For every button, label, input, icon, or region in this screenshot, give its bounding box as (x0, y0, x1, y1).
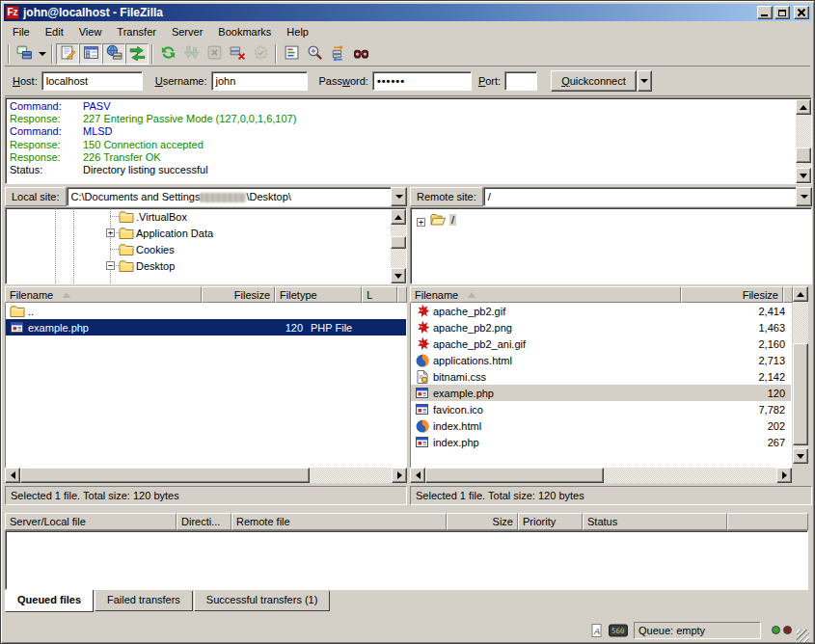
site-manager-dropdown[interactable] (36, 43, 48, 65)
pane-splitter[interactable] (407, 187, 410, 505)
toggle-message-log-button[interactable] (56, 43, 79, 65)
file-row-index-html[interactable]: index.html202 (411, 417, 791, 434)
tree-item-application-data[interactable]: +Application Data (6, 225, 406, 241)
tree-item-cookies[interactable]: Cookies (6, 241, 406, 257)
column-header-filename[interactable]: Filename (410, 286, 681, 303)
arrow-up-icon (797, 292, 804, 297)
compare-button[interactable] (303, 43, 326, 65)
tab-successful-transfers-1-[interactable]: Successful transfers (1) (194, 591, 331, 611)
file-row-bitnami-css[interactable]: bitnami.css2,142 (411, 368, 791, 385)
local-tree-vscrollbar[interactable] (391, 209, 406, 283)
arrow-down-icon (797, 454, 804, 459)
toggle-local-tree-button[interactable] (79, 43, 102, 65)
site-manager-button[interactable] (13, 43, 36, 65)
cell-text: .. (28, 306, 34, 317)
sync-browse-button[interactable] (326, 43, 349, 65)
queue-column-server-local-file[interactable]: Server/Local file (5, 513, 177, 530)
column-header-filesize[interactable]: Filesize (681, 286, 783, 303)
tree-item--virtualbox[interactable]: .VirtualBox (6, 208, 406, 225)
file-row-apache_pb2_ani-gif[interactable]: apache_pb2_ani.gif2,160 (411, 335, 791, 352)
log-line-text: MLSD (83, 125, 113, 137)
scroll-left-button[interactable] (5, 468, 20, 483)
tab-failed-transfers[interactable]: Failed transfers (95, 591, 193, 611)
file-row-apache_pb2-gif[interactable]: apache_pb2.gif2,414 (411, 303, 791, 319)
find-button[interactable] (349, 43, 372, 65)
log-line-text: PASV (83, 100, 111, 112)
refresh-button[interactable] (156, 43, 179, 65)
scroll-down-button[interactable] (796, 168, 811, 183)
menu-view[interactable]: View (71, 24, 110, 40)
queue-column-priority[interactable]: Priority (518, 513, 583, 530)
filter-button[interactable] (280, 43, 303, 65)
host-input[interactable]: localhost (41, 71, 143, 91)
file-row-example-php[interactable]: example.php120 (411, 385, 791, 401)
file-row-applications-html[interactable]: applications.html2,713 (411, 352, 791, 368)
expand-icon[interactable]: + (417, 218, 425, 227)
scroll-right-button[interactable] (776, 468, 792, 483)
close-button[interactable] (794, 6, 809, 19)
scroll-thumb[interactable] (796, 148, 811, 163)
disconnect-button[interactable] (226, 43, 249, 65)
file-row-apache_pb2-png[interactable]: apache_pb2.png1,463 (411, 319, 791, 335)
tree-item-root[interactable]: +/ (411, 211, 811, 228)
toolbar (5, 41, 810, 67)
menu-bookmarks[interactable]: Bookmarks (210, 24, 279, 40)
queue-column-remote-file[interactable]: Remote file (231, 513, 447, 530)
scroll-up-button[interactable] (391, 209, 406, 225)
scroll-right-button[interactable] (392, 468, 407, 483)
column-header-filename[interactable]: Filename (5, 286, 202, 303)
remote-path-field[interactable]: / (483, 187, 796, 206)
username-input[interactable]: john (211, 71, 308, 91)
remote-site-combo[interactable]: / (483, 187, 812, 206)
scroll-thumb[interactable] (793, 343, 808, 445)
menu-help[interactable]: Help (279, 24, 316, 40)
scroll-down-button[interactable] (793, 448, 808, 464)
scroll-left-button[interactable] (410, 468, 425, 483)
local-list-hscrollbar[interactable] (5, 468, 407, 483)
file-row-example-php[interactable]: example.php120PHP File1 (6, 319, 406, 335)
file-row-index-php[interactable]: index.php267 (411, 434, 791, 450)
quickconnect-button[interactable]: Quickconnect (551, 70, 637, 92)
scroll-up-button[interactable] (793, 286, 808, 302)
queue-column-size[interactable]: Size (447, 513, 518, 530)
column-header-filesize[interactable]: Filesize (202, 286, 275, 303)
maximize-button[interactable] (774, 6, 790, 19)
scroll-thumb[interactable] (391, 236, 406, 249)
collapse-icon[interactable]: − (106, 261, 115, 270)
column-header-l[interactable]: L (362, 286, 397, 303)
tree-item-desktop[interactable]: −Desktop (6, 257, 406, 274)
minimize-button[interactable] (757, 6, 773, 19)
menu-file[interactable]: File (5, 24, 38, 40)
cancel-button[interactable] (203, 43, 226, 65)
scroll-thumb[interactable] (425, 468, 604, 483)
title-bar: Fz john@localhost - FileZilla (4, 4, 811, 21)
log-vscrollbar[interactable] (796, 99, 811, 183)
remote-list-hscrollbar[interactable] (410, 468, 792, 483)
expand-icon[interactable]: + (106, 228, 115, 237)
scroll-up-button[interactable] (796, 99, 811, 115)
process-queue-button[interactable] (179, 43, 203, 65)
quickconnect-dropdown[interactable] (638, 70, 652, 92)
file-row--[interactable]: .. (6, 303, 406, 319)
queue-column-directi-[interactable]: Directi... (177, 513, 231, 530)
remote-list-vscrollbar[interactable] (793, 286, 808, 464)
password-input[interactable]: •••••• (372, 71, 472, 91)
remote-site-dropdown[interactable] (796, 187, 812, 206)
column-header-filetype[interactable]: Filetype (275, 286, 362, 303)
port-input[interactable] (504, 71, 537, 91)
local-path-field[interactable]: C:\Documents and Settings\Desktop\ (67, 187, 391, 206)
toggle-queue-button[interactable] (125, 43, 149, 65)
local-site-dropdown[interactable] (391, 187, 407, 206)
file-row-favicon-ico[interactable]: favicon.ico7,782 (411, 401, 791, 417)
scroll-down-button[interactable] (391, 268, 406, 283)
menu-edit[interactable]: Edit (38, 24, 71, 40)
toggle-remote-tree-button[interactable] (102, 43, 125, 65)
local-site-combo[interactable]: C:\Documents and Settings\Desktop\ (67, 187, 407, 206)
queue-column-status[interactable]: Status (583, 513, 727, 530)
menu-transfer[interactable]: Transfer (109, 24, 164, 40)
reconnect-button[interactable] (249, 43, 272, 65)
menu-server[interactable]: Server (164, 24, 210, 40)
resize-grip[interactable] (797, 630, 809, 642)
scroll-thumb[interactable] (20, 468, 310, 483)
tab-queued-files[interactable]: Queued files (5, 590, 94, 612)
